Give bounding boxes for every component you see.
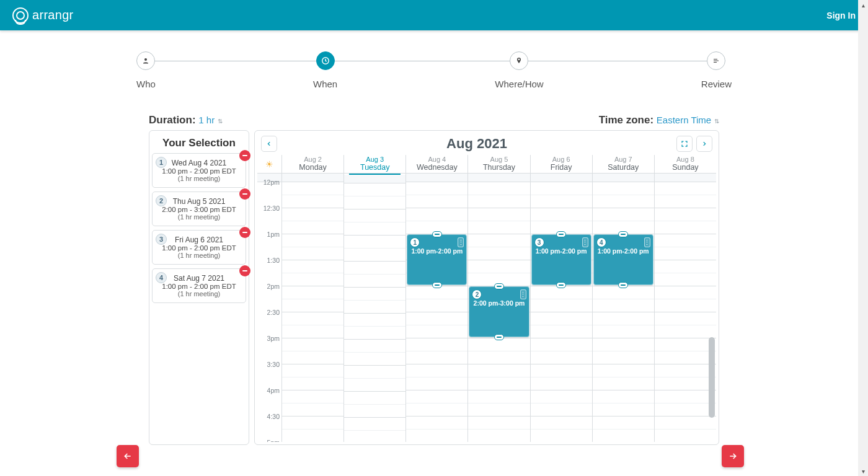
time-slot[interactable] bbox=[531, 403, 592, 416]
scroll-down-icon[interactable]: ▾ bbox=[858, 466, 868, 476]
resize-handle-top[interactable] bbox=[556, 231, 566, 237]
time-slot[interactable] bbox=[655, 403, 716, 416]
timezone-select[interactable]: Eastern Time ⇅ bbox=[657, 115, 719, 125]
resize-handle-top[interactable] bbox=[494, 283, 504, 289]
time-slot[interactable] bbox=[468, 351, 529, 364]
time-slot[interactable] bbox=[593, 364, 654, 377]
event-menu-button[interactable]: ⋮ bbox=[644, 237, 650, 247]
time-slot[interactable] bbox=[531, 286, 592, 299]
time-slot[interactable] bbox=[468, 390, 529, 403]
time-slot[interactable] bbox=[282, 312, 343, 325]
time-slot[interactable] bbox=[655, 195, 716, 208]
time-slot[interactable] bbox=[344, 405, 405, 418]
time-slot[interactable] bbox=[468, 364, 529, 377]
time-slot[interactable] bbox=[655, 351, 716, 364]
time-slot[interactable] bbox=[406, 338, 467, 351]
time-slot[interactable] bbox=[282, 390, 343, 403]
time-slots[interactable] bbox=[282, 182, 343, 442]
time-slot[interactable] bbox=[468, 195, 529, 208]
time-slot[interactable] bbox=[406, 312, 467, 325]
time-slot[interactable] bbox=[282, 286, 343, 299]
time-slot[interactable] bbox=[468, 221, 529, 234]
day-column[interactable]: Aug 7 Saturday 4 ⋮ 1:00 pm-2:00 pm bbox=[593, 155, 655, 442]
expand-button[interactable] bbox=[676, 136, 693, 152]
day-column[interactable]: Aug 5 Thursday 2 ⋮ 2:00 pm-3:00 pm bbox=[468, 155, 530, 442]
time-slot[interactable] bbox=[282, 182, 343, 195]
time-slot[interactable] bbox=[344, 275, 405, 288]
page-scrollbar[interactable]: ▴ ▾ bbox=[858, 0, 868, 476]
time-slot[interactable] bbox=[344, 301, 405, 314]
time-slot[interactable] bbox=[531, 338, 592, 351]
calendar-event[interactable]: 3 ⋮ 1:00 pm-2:00 pm bbox=[531, 234, 591, 285]
time-slot[interactable] bbox=[468, 377, 529, 390]
brand-logo[interactable]: arrangr bbox=[12, 7, 74, 24]
time-slot[interactable] bbox=[655, 325, 716, 338]
time-slot[interactable] bbox=[406, 403, 467, 416]
time-slot[interactable] bbox=[406, 286, 467, 299]
time-slot[interactable] bbox=[406, 430, 467, 442]
selection-card[interactable]: 2 Thu Aug 5 2021 2:00 pm - 3:00 pm EDT (… bbox=[152, 192, 246, 226]
prev-week-button[interactable] bbox=[261, 136, 277, 152]
time-slot[interactable] bbox=[593, 286, 654, 299]
time-slot[interactable] bbox=[655, 312, 716, 325]
event-menu-button[interactable]: ⋮ bbox=[520, 289, 526, 299]
time-slot[interactable] bbox=[406, 390, 467, 403]
time-slot[interactable] bbox=[282, 351, 343, 364]
time-slot[interactable] bbox=[655, 338, 716, 351]
time-slot[interactable] bbox=[655, 208, 716, 221]
time-slot[interactable] bbox=[406, 364, 467, 377]
time-slot[interactable] bbox=[531, 390, 592, 403]
event-menu-button[interactable]: ⋮ bbox=[458, 237, 464, 247]
time-slots[interactable]: 3 ⋮ 1:00 pm-2:00 pm bbox=[531, 182, 592, 442]
time-slot[interactable] bbox=[468, 416, 529, 430]
time-slot[interactable] bbox=[344, 249, 405, 262]
time-slot[interactable] bbox=[468, 430, 529, 442]
calendar-event[interactable]: 2 ⋮ 2:00 pm-3:00 pm bbox=[469, 286, 529, 337]
time-slot[interactable] bbox=[468, 247, 529, 260]
time-slot[interactable] bbox=[406, 351, 467, 364]
duration-select[interactable]: 1 hr ⇅ bbox=[198, 115, 223, 125]
time-slot[interactable] bbox=[593, 208, 654, 221]
time-slot[interactable] bbox=[468, 260, 529, 273]
calendar-event[interactable]: 4 ⋮ 1:00 pm-2:00 pm bbox=[593, 234, 653, 285]
time-slot[interactable] bbox=[531, 312, 592, 325]
time-slot[interactable] bbox=[593, 299, 654, 312]
time-slot[interactable] bbox=[531, 377, 592, 390]
time-slot[interactable] bbox=[282, 377, 343, 390]
time-slot[interactable] bbox=[406, 195, 467, 208]
time-slot[interactable] bbox=[344, 288, 405, 301]
time-slot[interactable] bbox=[655, 260, 716, 273]
time-slot[interactable] bbox=[282, 260, 343, 273]
time-slot[interactable] bbox=[468, 182, 529, 195]
time-slot[interactable] bbox=[531, 416, 592, 430]
time-slots[interactable]: 2 ⋮ 2:00 pm-3:00 pm bbox=[468, 182, 529, 442]
resize-handle-top[interactable] bbox=[618, 231, 628, 237]
time-slot[interactable] bbox=[468, 403, 529, 416]
time-slot[interactable] bbox=[344, 431, 405, 442]
time-slot[interactable] bbox=[531, 208, 592, 221]
time-slot[interactable] bbox=[344, 327, 405, 340]
time-slot[interactable] bbox=[282, 208, 343, 221]
back-button[interactable] bbox=[117, 445, 139, 467]
time-slot[interactable] bbox=[282, 234, 343, 247]
calendar-grid[interactable]: ☀ 12pm12:301pm1:302pm2:303pm3:304pm4:305… bbox=[257, 154, 716, 442]
time-slot[interactable] bbox=[655, 286, 716, 299]
step-where[interactable]: Where/How bbox=[495, 51, 543, 89]
time-slot[interactable] bbox=[282, 299, 343, 312]
time-slot[interactable] bbox=[593, 430, 654, 442]
time-slot[interactable] bbox=[531, 182, 592, 195]
time-slots[interactable] bbox=[655, 182, 716, 442]
next-week-button[interactable] bbox=[696, 136, 712, 152]
day-column[interactable]: Aug 8 Sunday bbox=[655, 155, 716, 442]
resize-handle-bottom[interactable] bbox=[494, 334, 504, 340]
time-slot[interactable] bbox=[593, 351, 654, 364]
next-button[interactable] bbox=[722, 445, 744, 467]
time-slot[interactable] bbox=[593, 182, 654, 195]
time-slot[interactable] bbox=[593, 416, 654, 430]
selection-card[interactable]: 1 Wed Aug 4 2021 1:00 pm - 2:00 pm EDT (… bbox=[152, 153, 246, 188]
time-slot[interactable] bbox=[344, 236, 405, 249]
time-slot[interactable] bbox=[282, 416, 343, 430]
time-slot[interactable] bbox=[344, 209, 405, 223]
delete-selection-button[interactable] bbox=[239, 265, 250, 276]
time-slot[interactable] bbox=[344, 379, 405, 392]
